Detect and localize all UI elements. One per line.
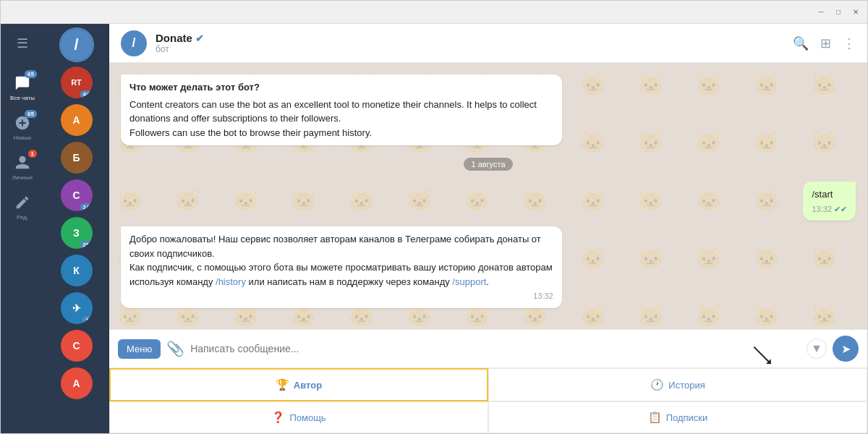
send-button[interactable]: ➤ [833,336,859,362]
bot-commands: 🏆 Автор 🕐 История ❓ Помощь 📋 Подписки [109,367,867,433]
chat-item-rt[interactable]: RT 44 [61,67,93,98]
message-time-welcome2: 13:32 [533,290,553,302]
message-meta-start: 13:32 ✔✔ [812,203,847,216]
message-input[interactable] [190,343,801,354]
messages-area: Что может делать этот бот? Content creat… [109,63,867,329]
author-icon: 🏆 [276,378,289,391]
cmd-help-button[interactable]: ❓ Помощь [109,401,488,433]
message-bubble-welcome2: Добро пожаловаты! Наш сервис позволяет а… [121,226,562,308]
date-separator: 1 августа [121,157,856,170]
chat-item-user6[interactable]: С [61,330,93,362]
cmd-history-label: История [668,380,705,391]
message-text-start: /start [812,189,833,200]
maximize-button[interactable]: □ [833,7,844,18]
messages-list: Что может делать этот бот? Content creat… [121,75,856,308]
sidebar-item-all-chats[interactable]: 65 Все чаты [1,69,44,106]
hamburger-icon[interactable]: ☰ [11,30,34,57]
all-chats-label: Все чаты [10,95,35,101]
chat-item-user1[interactable]: А [61,104,93,136]
chat-list: / RT 44 А Б С 14 З 25 К [44,24,109,433]
cmd-help-label: Помощь [289,412,326,423]
chat-item-user2[interactable]: Б [61,142,93,174]
more-button[interactable]: ⋮ [843,35,856,51]
verified-icon: ✔ [195,33,204,44]
chat-status: бот [156,44,784,54]
chat-badge-rt: 44 [80,90,93,98]
menu-button[interactable]: Меню [118,339,161,359]
sidebar-item-edit[interactable]: Ред. [1,188,44,225]
message-time-start: 13:32 [812,203,832,216]
chat-header-avatar: / [121,30,147,56]
cmd-author-button[interactable]: 🏆 Автор [109,368,488,401]
chat-item-user4[interactable]: З 25 [61,217,93,249]
svg-line-0 [754,347,770,364]
cmd-subscriptions-button[interactable]: 📋 Подписки [488,401,867,433]
titlebar: ─ □ ✕ [1,1,867,24]
chat-input-area: Меню 📎 ▼ ➤ 🏆 Автор [109,329,867,433]
chat-badge-telegram: 1 [82,316,93,324]
message-meta-welcome2: 13:32 [129,290,553,302]
chat-item-user3[interactable]: С 14 [61,179,93,211]
attach-button[interactable]: 📎 [166,340,184,357]
edit-label: Ред. [17,214,28,221]
new-badge: 65 [25,110,37,118]
message-text-welcome2: Добро пожаловаты! Наш сервис позволяет а… [129,232,553,289]
chat-badge-user3: 14 [80,203,93,211]
chat-item-user7[interactable]: А [61,367,93,399]
new-label: Новые [14,135,32,141]
message-welcome2: Добро пожаловаты! Наш сервис позволяет а… [121,226,562,308]
subscriptions-icon: 📋 [648,411,662,424]
close-button[interactable]: ✕ [850,7,861,18]
chat-badge-user4: 25 [80,241,93,249]
app-layout: ☰ 65 Все чаты 65 Новые 1 [1,24,867,433]
columns-button[interactable]: ⊞ [820,35,831,51]
minimize-button[interactable]: ─ [815,7,827,18]
chat-item-donate[interactable]: / [61,29,93,61]
chat-item-user5[interactable]: К [61,255,93,286]
message-start: /start 13:32 ✔✔ [803,182,856,221]
chat-header-actions: 🔍 ⊞ ⋮ [793,35,856,51]
cmd-author-label: Автор [294,380,322,391]
sidebar-item-personal[interactable]: 1 Личные [1,148,44,185]
search-button[interactable]: 🔍 [793,35,809,51]
date-text: 1 августа [464,158,512,171]
personal-badge: 1 [28,150,37,158]
cmd-history-button[interactable]: 🕐 История [488,368,867,401]
all-chats-badge: 65 [25,70,37,78]
chat-header-info: Donate ✔ бот [156,32,784,54]
help-icon: ❓ [271,411,285,424]
scroll-down-button[interactable]: ▼ [807,339,827,359]
message-text-welcome: Content creators can use the bot as an e… [129,98,553,140]
arrow-indicator [752,342,780,371]
chat-item-telegram[interactable]: ✈ 1 [61,292,93,324]
message-bubble-start: /start 13:32 ✔✔ [803,182,856,221]
personal-label: Личные [12,174,33,181]
read-receipt: ✔✔ [834,203,847,216]
cmd-subscriptions-label: Подписки [666,412,708,423]
history-icon: 🕐 [650,378,664,391]
sidebar-item-new[interactable]: 65 Новые [1,109,44,145]
chat-area: / Donate ✔ бот 🔍 ⊞ ⋮ [109,24,867,433]
message-welcome: Что может делать этот бот? Content creat… [121,75,562,145]
app-window: ─ □ ✕ ☰ 65 Все чаты 65 Новые [0,0,868,434]
chat-name: Donate ✔ [156,32,784,44]
sidebar-nav: ☰ 65 Все чаты 65 Новые 1 [1,24,44,433]
message-bubble-welcome: Что может делать этот бот? Content creat… [121,75,562,145]
chat-header: / Donate ✔ бот 🔍 ⊞ ⋮ [109,24,867,63]
message-title: Что может делать этот бот? [129,80,553,95]
